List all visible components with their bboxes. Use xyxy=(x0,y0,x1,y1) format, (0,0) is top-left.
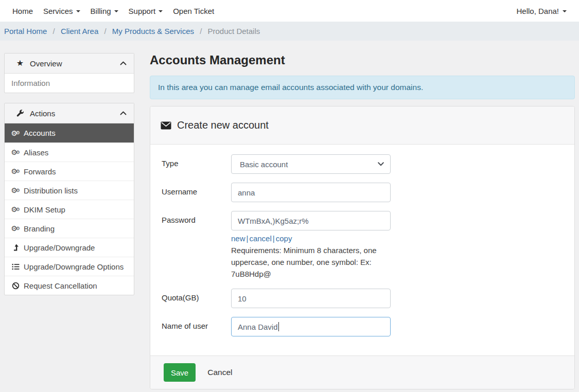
nav-item-support[interactable]: Support xyxy=(129,7,163,15)
type-select-value: Basic account xyxy=(240,160,288,169)
chevron-up-icon xyxy=(120,111,127,115)
caret-down-icon xyxy=(76,10,80,12)
breadcrumb: Portal Home / Client Area / My Products … xyxy=(0,22,579,41)
sidebar: ★ Overview Information Actions xyxy=(4,53,134,305)
sidebar-item-label: Distribution lists xyxy=(24,186,78,195)
caret-down-icon xyxy=(114,10,118,12)
page-title: Accounts Management xyxy=(150,53,575,67)
nav-item-open-ticket[interactable]: Open Ticket xyxy=(173,7,214,15)
info-alert-text: In this area you can manage email accoun… xyxy=(158,83,423,92)
form-row-password: Password new|cancel|copy Requirements: M… xyxy=(162,211,564,280)
type-label: Type xyxy=(162,154,231,174)
nav-item-label: Support xyxy=(129,7,156,15)
username-input[interactable] xyxy=(231,183,391,202)
cogs-icon: ⚙⚙ xyxy=(11,168,20,175)
password-links: new|cancel|copy xyxy=(231,234,391,243)
nav-item-label: Services xyxy=(43,7,73,15)
sidebar-item-label: Upgrade/Downgrade xyxy=(24,243,95,252)
sidebar-item-request-cancellation[interactable]: Request Cancellation xyxy=(5,276,134,295)
sidebar-item-aliases[interactable]: ⚙⚙ Aliases xyxy=(5,142,134,162)
form-row-name-of-user: Name of user Anna David xyxy=(162,317,564,336)
main-content: Accounts Management In this area you can… xyxy=(150,53,575,389)
chevron-up-icon xyxy=(120,61,127,65)
sidebar-item-upgrade-downgrade[interactable]: Upgrade/Downgrade xyxy=(5,238,134,257)
breadcrumb-separator: / xyxy=(104,27,106,35)
sidebar-item-label: DKIM Setup xyxy=(24,205,65,214)
password-cancel-link[interactable]: cancel xyxy=(249,234,271,243)
list-icon xyxy=(11,263,20,270)
form-row-type: Type Basic account xyxy=(162,154,564,174)
save-button[interactable]: Save xyxy=(164,363,196,382)
sidebar-item-accounts[interactable]: ⚙⚙ Accounts xyxy=(5,123,134,142)
cogs-icon: ⚙⚙ xyxy=(11,149,20,156)
sidebar-item-label: Upgrade/Downgrade Options xyxy=(24,262,124,271)
nav-items: Home Services Billing Support Open Ticke… xyxy=(12,7,214,15)
chevron-down-icon xyxy=(378,162,384,166)
sidebar-item-label: Branding xyxy=(24,224,55,233)
user-menu-label: Hello, Dana! xyxy=(516,7,559,15)
ban-icon xyxy=(11,282,20,290)
cancel-button[interactable]: Cancel xyxy=(207,368,232,377)
sidebar-item-information[interactable]: Information xyxy=(5,74,134,93)
sidebar-panel-header-actions[interactable]: Actions xyxy=(5,103,134,123)
user-menu[interactable]: Hello, Dana! xyxy=(516,7,567,15)
nav-item-label: Home xyxy=(12,7,33,15)
create-account-form: Type Basic account Username xyxy=(150,145,574,355)
breadcrumb-separator: / xyxy=(200,27,202,35)
star-icon: ★ xyxy=(15,59,25,67)
nav-item-billing[interactable]: Billing xyxy=(91,7,118,15)
password-link-separator: | xyxy=(247,234,249,243)
envelope-icon xyxy=(161,121,171,130)
form-row-quota: Quota(GB) xyxy=(162,289,564,308)
nav-item-services[interactable]: Services xyxy=(43,7,80,15)
password-copy-link[interactable]: copy xyxy=(276,234,292,243)
sidebar-item-distribution-lists[interactable]: ⚙⚙ Distribution lists xyxy=(5,181,134,200)
sidebar-item-branding[interactable]: ⚙⚙ Branding xyxy=(5,219,134,238)
password-link-separator: | xyxy=(273,234,275,243)
sidebar-item-label: Information xyxy=(11,79,50,87)
cogs-icon: ⚙⚙ xyxy=(11,206,20,213)
sidebar-item-upgrade-downgrade-options[interactable]: Upgrade/Downgrade Options xyxy=(5,257,134,276)
cogs-icon: ⚙⚙ xyxy=(11,187,20,194)
create-account-panel: Create new account Type Basic account xyxy=(150,106,575,389)
form-row-username: Username xyxy=(162,183,564,202)
sidebar-item-label: Accounts xyxy=(24,129,56,137)
sidebar-item-label: Aliases xyxy=(24,148,48,157)
quota-label: Quota(GB) xyxy=(162,289,231,308)
create-account-panel-heading: Create new account xyxy=(150,106,574,145)
sidebar-item-dkim-setup[interactable]: ⚙⚙ DKIM Setup xyxy=(5,200,134,219)
wrench-icon xyxy=(15,110,25,117)
create-account-panel-footer: Save Cancel xyxy=(150,355,574,389)
quota-input[interactable] xyxy=(231,289,391,308)
content-layout: ★ Overview Information Actions xyxy=(0,41,579,389)
caret-down-icon xyxy=(159,10,163,12)
breadcrumb-separator: / xyxy=(53,27,55,35)
breadcrumb-product-details: Product Details xyxy=(208,27,260,35)
cogs-icon: ⚙⚙ xyxy=(11,130,20,137)
name-of-user-value: Anna David xyxy=(238,323,278,331)
create-account-panel-title: Create new account xyxy=(177,119,269,131)
level-up-icon xyxy=(11,244,20,251)
breadcrumb-my-products-services[interactable]: My Products & Services xyxy=(112,27,194,35)
password-input[interactable] xyxy=(231,211,391,230)
sidebar-item-forwards[interactable]: ⚙⚙ Forwards xyxy=(5,162,134,181)
breadcrumb-portal-home[interactable]: Portal Home xyxy=(4,27,47,35)
sidebar-item-label: Request Cancellation xyxy=(24,281,97,290)
username-label: Username xyxy=(162,183,231,202)
sidebar-panel-overview: ★ Overview Information xyxy=(4,53,134,93)
info-alert: In this area you can manage email accoun… xyxy=(150,76,575,99)
breadcrumb-client-area[interactable]: Client Area xyxy=(61,27,98,35)
sidebar-panel-actions: Actions ⚙⚙ Accounts ⚙⚙ Aliases ⚙⚙ Forwar… xyxy=(4,103,134,295)
nav-item-home[interactable]: Home xyxy=(12,7,33,15)
text-caret xyxy=(278,322,279,331)
name-of-user-label: Name of user xyxy=(162,317,231,336)
type-select[interactable]: Basic account xyxy=(231,154,391,174)
sidebar-panel-title: Overview xyxy=(30,59,62,68)
nav-item-label: Open Ticket xyxy=(173,7,214,15)
name-of-user-input[interactable]: Anna David xyxy=(231,317,391,336)
password-requirements: Requirements: Minimum 8 characters, one … xyxy=(231,244,383,280)
top-navbar: Home Services Billing Support Open Ticke… xyxy=(0,0,579,22)
sidebar-panel-header-overview[interactable]: ★ Overview xyxy=(5,54,134,74)
password-new-link[interactable]: new xyxy=(231,234,245,243)
nav-item-label: Billing xyxy=(91,7,111,15)
